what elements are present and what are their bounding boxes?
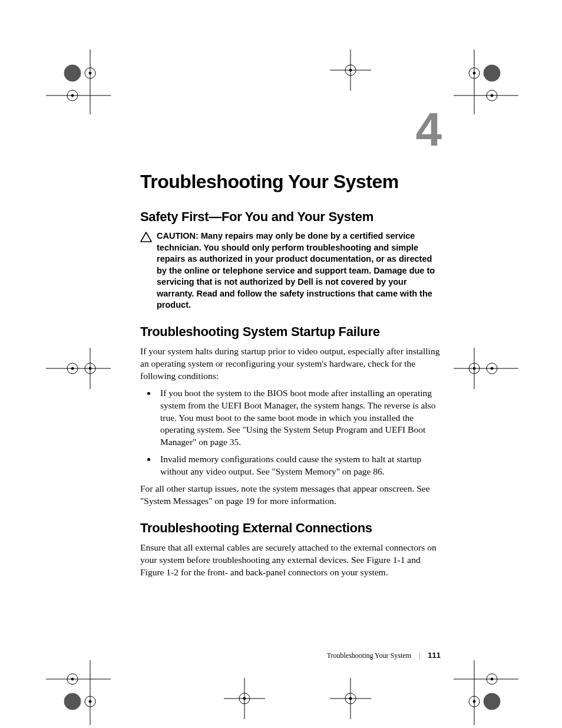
svg-point-23 bbox=[487, 363, 497, 374]
svg-point-36 bbox=[243, 697, 246, 700]
list-item: Invalid memory configurations could caus… bbox=[157, 453, 441, 478]
svg-point-24 bbox=[473, 367, 475, 370]
caution-label: CAUTION: bbox=[157, 231, 201, 241]
svg-point-51 bbox=[349, 69, 352, 71]
svg-point-7 bbox=[484, 65, 500, 81]
crop-mark-bottom-center-2 bbox=[330, 678, 371, 719]
external-body: Ensure that all external cables are secu… bbox=[140, 542, 441, 579]
svg-point-16 bbox=[85, 363, 95, 374]
svg-point-45 bbox=[487, 674, 497, 684]
page-footer: Troubleshooting Your System | 111 bbox=[140, 651, 441, 660]
crop-mark-top-right bbox=[454, 50, 518, 114]
svg-point-29 bbox=[85, 696, 95, 707]
startup-outro: For all other startup issues, note the s… bbox=[140, 483, 441, 508]
svg-point-41 bbox=[484, 693, 500, 710]
section-title-safety: Safety First—For You and Your System bbox=[140, 209, 441, 225]
svg-point-50 bbox=[345, 65, 356, 75]
chapter-number: 4 bbox=[140, 106, 441, 153]
list-item: If you boot the system to the BIOS boot … bbox=[157, 387, 441, 449]
svg-point-17 bbox=[67, 363, 78, 374]
footer-title: Troubleshooting Your System bbox=[327, 651, 411, 660]
startup-intro: If your system halts during startup prio… bbox=[140, 345, 441, 383]
svg-point-11 bbox=[487, 90, 497, 101]
caution-icon bbox=[140, 232, 152, 245]
svg-point-31 bbox=[89, 700, 91, 703]
caution-block: CAUTION: Many repairs may only be done b… bbox=[140, 230, 441, 311]
svg-point-25 bbox=[491, 367, 493, 370]
svg-point-4 bbox=[67, 90, 78, 101]
section-title-startup: Troubleshooting System Startup Failure bbox=[140, 324, 441, 340]
crop-mark-bottom-left bbox=[46, 660, 111, 725]
svg-point-5 bbox=[89, 72, 91, 74]
svg-point-30 bbox=[67, 674, 78, 684]
svg-point-18 bbox=[89, 367, 91, 370]
svg-point-32 bbox=[71, 678, 74, 680]
svg-point-39 bbox=[345, 693, 356, 704]
svg-point-3 bbox=[85, 68, 95, 78]
caution-text: CAUTION: Many repairs may only be done b… bbox=[157, 230, 441, 311]
svg-point-44 bbox=[469, 696, 480, 707]
crop-mark-top-left bbox=[46, 50, 111, 114]
chapter-title: Troubleshooting Your System bbox=[140, 171, 441, 193]
startup-bullets: If you boot the system to the BIOS boot … bbox=[140, 387, 441, 478]
footer-page-number: 111 bbox=[428, 651, 441, 660]
svg-point-6 bbox=[71, 94, 74, 97]
svg-point-13 bbox=[491, 94, 493, 97]
crop-mark-mid-left bbox=[46, 348, 111, 389]
crop-mark-bottom-center-1 bbox=[224, 678, 265, 719]
crop-mark-mid-right bbox=[454, 348, 518, 389]
svg-point-26 bbox=[64, 693, 81, 710]
svg-point-19 bbox=[71, 367, 74, 370]
svg-point-0 bbox=[64, 65, 81, 81]
caution-body: Many repairs may only be done by a certi… bbox=[157, 231, 435, 309]
crop-mark-top-center bbox=[330, 50, 371, 91]
svg-point-10 bbox=[469, 68, 480, 78]
section-title-external: Troubleshooting External Connections bbox=[140, 521, 441, 536]
footer-separator: | bbox=[419, 651, 420, 660]
crop-mark-bottom-right bbox=[454, 660, 518, 725]
svg-point-12 bbox=[473, 72, 475, 74]
svg-point-47 bbox=[491, 678, 493, 680]
svg-point-35 bbox=[239, 693, 250, 704]
page-content: 4 Troubleshooting Your System Safety Fir… bbox=[140, 106, 441, 582]
svg-point-46 bbox=[473, 700, 475, 703]
svg-point-40 bbox=[349, 697, 352, 700]
svg-point-22 bbox=[469, 363, 480, 374]
